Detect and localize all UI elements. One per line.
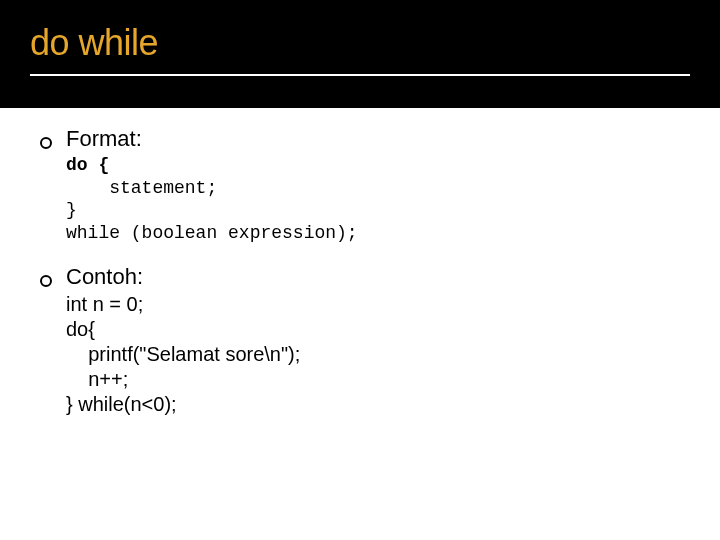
contoh-code-line4: n++; (66, 368, 128, 390)
format-code-line2: statement; (66, 178, 217, 198)
format-code-line1: do { (66, 155, 109, 175)
bullet-icon (40, 134, 66, 152)
contoh-code-line5: } while(n<0); (66, 393, 177, 415)
contoh-code-line2: do{ (66, 318, 95, 340)
slide-header: do while (0, 0, 720, 108)
contoh-code-line3: printf("Selamat sore\n"); (66, 343, 300, 365)
bullet-icon (40, 272, 66, 290)
bullet-contoh: Contoh: (40, 264, 680, 290)
bullet-label-contoh: Contoh: (66, 264, 143, 290)
format-code-line4: while (boolean expression); (66, 223, 358, 243)
contoh-code: int n = 0; do{ printf("Selamat sore\n");… (66, 292, 680, 417)
bullet-format: Format: (40, 126, 680, 152)
slide-content: Format: do { statement; } while (boolean… (0, 108, 720, 417)
bullet-label-format: Format: (66, 126, 142, 152)
format-code: do { statement; } while (boolean express… (66, 154, 680, 244)
title-underline (30, 74, 690, 76)
slide-title: do while (30, 22, 690, 64)
format-code-line3: } (66, 200, 77, 220)
contoh-code-line1: int n = 0; (66, 293, 143, 315)
